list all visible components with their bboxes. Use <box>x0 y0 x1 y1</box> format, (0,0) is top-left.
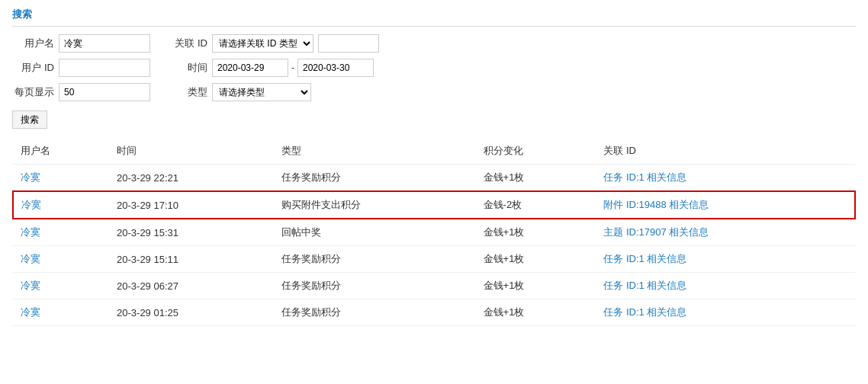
cell-type: 任务奖励积分 <box>274 246 476 273</box>
table-header-row: 用户名 时间 类型 积分变化 关联 ID <box>13 138 855 165</box>
form-row-button: 搜索 <box>12 107 856 129</box>
cell-change: 金钱+1枚 <box>476 246 596 273</box>
cell-related-id: 任务 ID:1 相关信息 <box>596 299 855 326</box>
form-group-user-id: 用户 ID <box>12 59 150 77</box>
related-info-link[interactable]: 相关信息 <box>645 253 687 264</box>
related-info-link[interactable]: 相关信息 <box>667 226 709 238</box>
cell-time: 20-3-29 17:10 <box>109 191 274 219</box>
cell-username: 冷寞 <box>13 191 109 219</box>
username-link[interactable]: 冷寞 <box>21 253 40 264</box>
date-range: - <box>212 59 374 77</box>
user-id-label: 用户 ID <box>12 61 54 75</box>
cell-change: 金钱+1枚 <box>476 273 596 299</box>
cell-username: 冷寞 <box>13 165 109 192</box>
username-label: 用户名 <box>12 37 54 50</box>
per-page-input[interactable] <box>59 83 150 101</box>
cell-change: 金钱+1枚 <box>476 219 596 246</box>
cell-time: 20-3-29 06:27 <box>109 273 274 299</box>
col-header-time: 时间 <box>109 138 274 165</box>
cell-time: 20-3-29 01:25 <box>109 299 274 326</box>
type-select[interactable]: 请选择类型 <box>212 83 311 101</box>
cell-username: 冷寞 <box>13 246 109 273</box>
related-info-link[interactable]: 相关信息 <box>645 306 687 318</box>
related-info-link[interactable]: 相关信息 <box>645 171 687 183</box>
cell-type: 任务奖励积分 <box>274 165 476 192</box>
cell-related-id: 任务 ID:1 相关信息 <box>596 165 855 192</box>
form-group-time: 时间 - <box>166 59 374 77</box>
cell-type: 购买附件支出积分 <box>274 191 476 219</box>
search-form: 用户名 关联 ID 请选择关联 ID 类型 用户 ID 时间 - <box>12 34 856 129</box>
related-info-link[interactable]: 相关信息 <box>667 199 709 210</box>
cell-username: 冷寞 <box>13 219 109 246</box>
col-header-change: 积分变化 <box>476 138 596 165</box>
related-id-link[interactable]: 任务 ID:1 <box>603 280 644 291</box>
results-table: 用户名 时间 类型 积分变化 关联 ID 冷寞20-3-29 22:21任务奖励… <box>12 138 856 326</box>
search-button[interactable]: 搜索 <box>12 110 47 129</box>
username-link[interactable]: 冷寞 <box>21 280 40 291</box>
cell-time: 20-3-29 22:21 <box>109 165 274 192</box>
related-id-link[interactable]: 主题 ID:17907 <box>603 226 666 238</box>
col-header-type: 类型 <box>274 138 476 165</box>
cell-time: 20-3-29 15:31 <box>109 219 274 246</box>
table-row: 冷寞20-3-29 17:10购买附件支出积分金钱-2枚附件 ID:19488 … <box>13 191 855 219</box>
related-id-link[interactable]: 任务 ID:1 <box>603 253 644 264</box>
table-row: 冷寞20-3-29 15:31回帖中奖金钱+1枚主题 ID:17907 相关信息 <box>13 219 855 246</box>
related-id-label: 关联 ID <box>166 37 207 50</box>
cell-type: 任务奖励积分 <box>274 273 476 299</box>
related-id-input[interactable] <box>318 34 379 53</box>
cell-type: 回帖中奖 <box>274 219 476 246</box>
related-info-link[interactable]: 相关信息 <box>645 280 687 291</box>
time-end-input[interactable] <box>297 59 374 77</box>
username-link[interactable]: 冷寞 <box>21 306 40 318</box>
form-group-per-page: 每页显示 <box>12 83 150 101</box>
form-row-1: 用户名 关联 ID 请选择关联 ID 类型 <box>12 34 856 53</box>
col-header-username: 用户名 <box>13 138 109 165</box>
col-header-related-id: 关联 ID <box>596 138 855 165</box>
username-link[interactable]: 冷寞 <box>21 226 40 238</box>
per-page-label: 每页显示 <box>12 85 54 99</box>
table-row: 冷寞20-3-29 15:11任务奖励积分金钱+1枚任务 ID:1 相关信息 <box>13 246 855 273</box>
form-group-type: 类型 请选择类型 <box>166 83 311 101</box>
cell-change: 金钱+1枚 <box>476 299 596 326</box>
cell-username: 冷寞 <box>13 273 109 299</box>
username-link[interactable]: 冷寞 <box>21 199 41 210</box>
related-id-link[interactable]: 附件 ID:19488 <box>603 199 666 210</box>
cell-time: 20-3-29 15:11 <box>109 246 274 273</box>
cell-type: 任务奖励积分 <box>274 299 476 326</box>
time-start-input[interactable] <box>212 59 288 77</box>
time-label: 时间 <box>166 61 207 75</box>
cell-related-id: 任务 ID:1 相关信息 <box>596 273 855 299</box>
cell-username: 冷寞 <box>13 299 109 326</box>
type-label: 类型 <box>166 85 207 99</box>
cell-related-id: 任务 ID:1 相关信息 <box>596 246 855 273</box>
form-row-3: 每页显示 类型 请选择类型 <box>12 83 856 101</box>
related-id-link[interactable]: 任务 ID:1 <box>603 306 644 318</box>
cell-related-id: 附件 ID:19488 相关信息 <box>596 191 855 219</box>
cell-change: 金钱-2枚 <box>476 191 596 219</box>
user-id-input[interactable] <box>59 59 150 77</box>
date-separator: - <box>291 62 294 73</box>
form-group-username: 用户名 <box>12 34 150 53</box>
table-row: 冷寞20-3-29 06:27任务奖励积分金钱+1枚任务 ID:1 相关信息 <box>13 273 855 299</box>
cell-change: 金钱+1枚 <box>476 165 596 192</box>
table-row: 冷寞20-3-29 22:21任务奖励积分金钱+1枚任务 ID:1 相关信息 <box>13 165 855 192</box>
section-title: 搜索 <box>12 8 856 27</box>
related-id-link[interactable]: 任务 ID:1 <box>603 171 644 183</box>
related-id-type-select[interactable]: 请选择关联 ID 类型 <box>212 34 313 53</box>
table-row: 冷寞20-3-29 01:25任务奖励积分金钱+1枚任务 ID:1 相关信息 <box>13 299 855 326</box>
cell-related-id: 主题 ID:17907 相关信息 <box>596 219 855 246</box>
username-link[interactable]: 冷寞 <box>21 171 40 183</box>
username-input[interactable] <box>59 34 150 53</box>
form-row-2: 用户 ID 时间 - <box>12 59 856 77</box>
form-group-related-id: 关联 ID 请选择关联 ID 类型 <box>166 34 379 53</box>
